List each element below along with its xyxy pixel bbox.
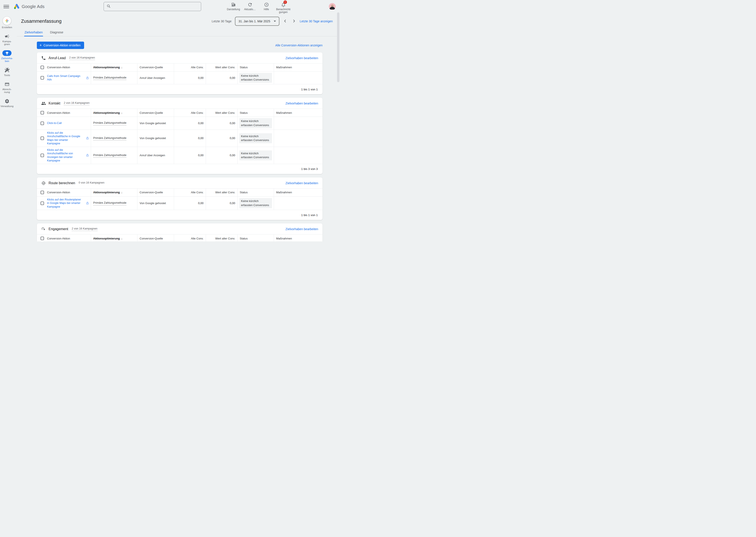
date-range-picker[interactable]: 31. Jan bis 1. Mär 2025 bbox=[235, 17, 279, 26]
actions-cell bbox=[274, 71, 322, 84]
optimization-value[interactable]: Primäre Zahlungsmethode bbox=[93, 153, 126, 157]
select-all-checkbox[interactable] bbox=[41, 237, 44, 240]
select-all-checkbox[interactable] bbox=[41, 191, 44, 194]
help-button[interactable]: ? Hilfe bbox=[260, 2, 273, 11]
row-checkbox[interactable] bbox=[41, 201, 44, 205]
row-checkbox[interactable] bbox=[41, 154, 44, 157]
sidebar-item-verwaltung[interactable]: Verwaltung bbox=[1, 98, 14, 108]
column-header: Conversion-Aktion bbox=[47, 65, 70, 69]
actions-cell bbox=[274, 117, 322, 129]
goal-card-kontakt: Kontakt2 von 16 KampagnenZielvorhaben be… bbox=[37, 98, 322, 174]
row-checkbox[interactable] bbox=[41, 122, 44, 125]
optimization-value[interactable]: Primäre Zahlungsmethode bbox=[93, 121, 126, 125]
conversion-action-link[interactable]: Klicks auf den Routenplaner in Google Ma… bbox=[47, 198, 81, 209]
notifications-button[interactable]: ! Benachrichti gungen bbox=[276, 2, 290, 14]
column-header: Status bbox=[240, 65, 248, 69]
column-header: Wert aller Conv. bbox=[215, 190, 235, 194]
card-header: Engagement2 von 16 KampagnenZielvorhaben… bbox=[37, 224, 322, 234]
search-input[interactable] bbox=[112, 5, 198, 8]
sidebar-item-label: Tools bbox=[4, 74, 10, 77]
column-header-sorted[interactable]: Aktionsoptimierung bbox=[93, 111, 120, 115]
row-checkbox[interactable] bbox=[41, 137, 44, 140]
search-icon bbox=[106, 4, 111, 9]
sidebar: Erstellen Kampa- gnen Zielvorha- ben bbox=[0, 13, 14, 241]
next-date-range-button[interactable] bbox=[291, 19, 297, 24]
sidebar-item-tools[interactable]: Tools bbox=[4, 67, 10, 77]
optimization-value[interactable]: Primäre Zahlungsmethode bbox=[93, 201, 126, 205]
lock-icon bbox=[86, 76, 89, 80]
trophy-icon bbox=[2, 50, 12, 56]
card-header: Kontakt2 von 16 KampagnenZielvorhaben be… bbox=[37, 98, 322, 108]
view-all-conversion-actions-link[interactable]: Alle Conversion-Aktionen anzeigen bbox=[275, 44, 322, 47]
all-conversions-value: 0,00 bbox=[198, 76, 203, 80]
select-all-checkbox[interactable] bbox=[41, 66, 44, 69]
column-header-sorted[interactable]: Aktionsoptimierung bbox=[93, 65, 120, 69]
edit-goals-link[interactable]: Zielvorhaben bearbeiten bbox=[285, 227, 318, 231]
account-avatar[interactable] bbox=[329, 3, 336, 10]
vertical-scrollbar[interactable] bbox=[337, 12, 339, 82]
card-subtitles: 2 von 16 Kampagnen bbox=[72, 227, 98, 231]
chevron-right-icon bbox=[292, 19, 296, 24]
select-all-checkbox[interactable] bbox=[41, 111, 44, 114]
tab-diagnose[interactable]: Diagnose bbox=[50, 29, 64, 36]
sidebar-item-abrechnung[interactable]: Abrech- nung bbox=[2, 81, 12, 94]
goal-cards-list: Anruf-Lead2 von 16 KampagnenZielvorhaben… bbox=[37, 53, 322, 241]
column-header-sorted[interactable]: Aktionsoptimierung bbox=[93, 237, 120, 240]
bar-chart-icon bbox=[231, 2, 236, 7]
brand-name: Google Ads bbox=[22, 4, 44, 9]
conversion-actions-table: Conversion-AktionAktionsoptimierung↓Conv… bbox=[37, 188, 322, 220]
pagination-label: 1 bis 3 von 3 bbox=[301, 167, 318, 171]
refresh-button[interactable]: Aktualis… bbox=[243, 2, 257, 11]
refresh-icon bbox=[247, 2, 253, 7]
optimization-value[interactable]: Primäre Zahlungsmethode bbox=[93, 76, 126, 80]
card-header: Anruf-Lead2 von 16 KampagnenZielvorhaben… bbox=[37, 53, 322, 63]
sidebar-item-kampagnen[interactable]: Kampa- gnen bbox=[2, 33, 12, 46]
status-badge: Keine kürzlich erfassten Conversions bbox=[239, 198, 272, 208]
conversion-action-link[interactable]: Klicks auf die Anrufschaltfläche von Anz… bbox=[47, 148, 81, 163]
card-title: Route berechnen bbox=[49, 181, 75, 185]
actions-cell bbox=[274, 196, 322, 210]
edit-goals-link[interactable]: Zielvorhaben bearbeiten bbox=[285, 102, 318, 105]
conversion-action-link[interactable]: Calls from Smart Campaign Ads bbox=[47, 74, 81, 81]
conversion-source: Von Google gehostet bbox=[140, 201, 166, 205]
search-bar[interactable] bbox=[104, 2, 201, 11]
sidebar-item-erstellen[interactable]: Erstellen bbox=[2, 17, 12, 29]
sidebar-item-label: Verwaltung bbox=[1, 105, 14, 108]
tab-zielvorhaben[interactable]: Zielvorhaben bbox=[24, 29, 43, 36]
status-badge: Keine kürzlich erfassten Conversions bbox=[239, 133, 272, 143]
column-header: Maßnahmen bbox=[276, 111, 292, 115]
column-header: Conversion-Aktion bbox=[47, 111, 70, 115]
card-title: Kontakt bbox=[49, 102, 60, 105]
campaign-count[interactable]: 2 von 16 Kampagnen bbox=[72, 227, 98, 231]
conversion-actions-table: Conversion-AktionAktionsoptimierung↓Conv… bbox=[37, 234, 322, 241]
column-header: Alle Conv. bbox=[191, 237, 203, 240]
column-header-sorted[interactable]: Aktionsoptimierung bbox=[93, 190, 120, 194]
column-header: Alle Conv. bbox=[191, 65, 203, 69]
create-conversion-action-button[interactable]: + Conversion-Aktion erstellen bbox=[37, 42, 84, 49]
prev-date-range-button[interactable] bbox=[282, 19, 288, 24]
column-header: Conversion-Quelle bbox=[140, 190, 163, 194]
conversion-action-link[interactable]: Klicks auf die Anrufschaltfläche in Goog… bbox=[47, 131, 81, 145]
appearance-button[interactable]: Darstellung bbox=[227, 2, 240, 11]
campaign-count[interactable]: 2 von 16 Kampagnen bbox=[69, 56, 95, 60]
column-header: Alle Conv. bbox=[191, 190, 203, 194]
card-subtitles: 2 von 16 Kampagnen bbox=[69, 56, 95, 60]
show-last-30-days-link[interactable]: Letzte 30 Tage anzeigen bbox=[300, 20, 333, 23]
column-header: Maßnahmen bbox=[276, 237, 292, 240]
tools-icon bbox=[5, 67, 10, 73]
row-checkbox[interactable] bbox=[41, 76, 44, 80]
main-menu-button[interactable] bbox=[3, 4, 9, 10]
edit-goals-link[interactable]: Zielvorhaben bearbeiten bbox=[285, 56, 318, 60]
column-header: Wert aller Conv. bbox=[215, 65, 235, 69]
edit-goals-link[interactable]: Zielvorhaben bearbeiten bbox=[285, 182, 318, 185]
optimization-value[interactable]: Primäre Zahlungsmethode bbox=[93, 136, 126, 141]
column-header: Maßnahmen bbox=[276, 65, 292, 69]
conversion-actions-table: Conversion-AktionAktionsoptimierung↓Conv… bbox=[37, 63, 322, 94]
action-label: Aktualis… bbox=[244, 8, 256, 11]
sort-desc-icon: ↓ bbox=[121, 65, 123, 69]
campaign-count[interactable]: 2 von 16 Kampagnen bbox=[64, 102, 90, 105]
conversion-action-link[interactable]: Click-to-Call bbox=[47, 121, 62, 125]
directions-icon bbox=[41, 181, 46, 186]
sidebar-item-zielvorhaben[interactable]: Zielvorha- ben bbox=[1, 50, 13, 62]
column-header: Conversion-Quelle bbox=[140, 65, 163, 69]
